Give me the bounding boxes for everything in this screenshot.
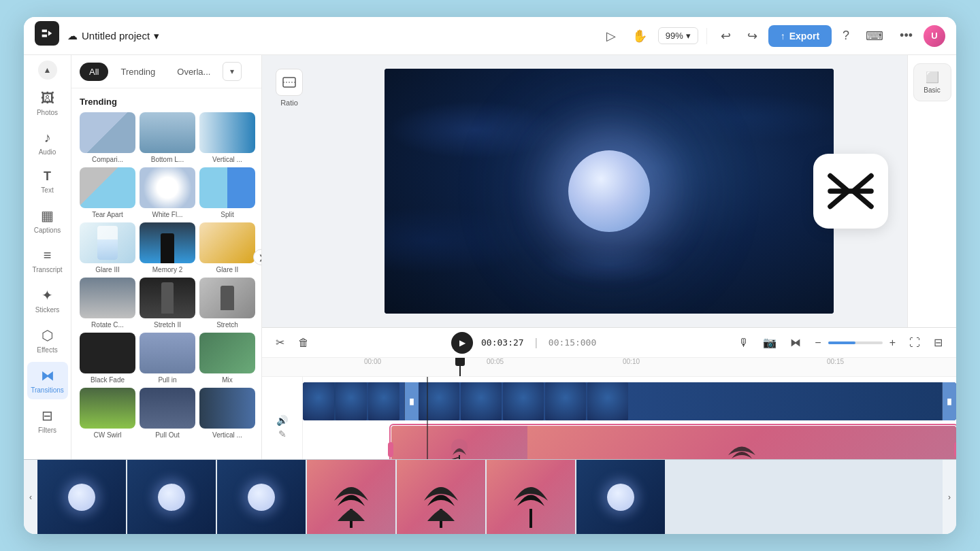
mic-button[interactable]: 🎙 bbox=[736, 334, 752, 352]
moon bbox=[568, 150, 650, 232]
pink-segment-1 bbox=[391, 426, 527, 459]
ruler-mark-3: 00:15 bbox=[827, 358, 844, 365]
tab-trending[interactable]: Trending bbox=[111, 63, 165, 81]
basic-icon: ⬜ bbox=[926, 71, 939, 84]
sidebar-item-photos[interactable]: 🖼 Photos bbox=[27, 85, 68, 122]
filmstrip-prev-button[interactable]: ‹ bbox=[24, 460, 37, 534]
sidebar-item-transcript[interactable]: ≡ Transcript bbox=[27, 242, 68, 279]
export-button[interactable]: ↑ Export bbox=[768, 25, 832, 47]
zoom-slider[interactable] bbox=[828, 341, 883, 344]
zoom-out-button[interactable]: − bbox=[812, 334, 823, 352]
properties-panel: ⬜ Basic bbox=[907, 55, 956, 327]
edit-icon[interactable]: ✎ bbox=[278, 429, 287, 439]
avatar[interactable]: U bbox=[924, 25, 945, 47]
redo-button[interactable]: ↪ bbox=[742, 24, 763, 48]
list-item[interactable]: Stretch bbox=[199, 278, 255, 329]
track-segment-2 bbox=[419, 382, 943, 420]
sidebar-item-effects[interactable]: ⬡ Effects bbox=[27, 322, 68, 359]
pink-segment-2 bbox=[527, 426, 956, 459]
timeline-tracks: 00:00 00:05 00:10 00:15 bbox=[262, 358, 956, 459]
main-track-bar[interactable]: ▐▌ bbox=[303, 382, 956, 420]
main-track: ▐▌ bbox=[303, 382, 956, 420]
list-item[interactable]: CW Swirl bbox=[80, 388, 135, 439]
photos-icon: 🖼 bbox=[41, 90, 54, 106]
ratio-panel[interactable]: Ratio bbox=[276, 69, 303, 107]
filmstrip-track bbox=[37, 460, 943, 534]
list-item[interactable]: Glare II bbox=[199, 222, 255, 273]
list-item[interactable]: Rotate C... bbox=[80, 278, 135, 329]
list-item[interactable]: Compari... bbox=[80, 112, 135, 163]
sidebar-item-transitions[interactable]: ⧓ Transitions bbox=[27, 362, 68, 399]
sidebar-item-captions[interactable]: ▦ Captions bbox=[27, 202, 68, 239]
panel-tab-dropdown[interactable]: ▾ bbox=[223, 62, 242, 81]
list-item[interactable]: White Fl... bbox=[140, 167, 195, 218]
thumb-rotate bbox=[80, 278, 135, 318]
hand-tool-button[interactable]: ✋ bbox=[627, 24, 653, 48]
thumb-pullout bbox=[140, 388, 195, 429]
volume-icon[interactable]: 🔊 bbox=[276, 415, 288, 426]
thumb-mix bbox=[199, 333, 255, 373]
filters-icon: ⊟ bbox=[42, 407, 53, 424]
effects-icon: ⬡ bbox=[42, 327, 53, 344]
thumb-pullin bbox=[140, 333, 195, 373]
layout-button[interactable]: ⊟ bbox=[931, 333, 945, 352]
sidebar-collapse-button[interactable]: ▲ bbox=[38, 61, 57, 80]
thumb-stretch2 bbox=[140, 278, 195, 318]
keyboard-button[interactable]: ⌨ bbox=[860, 24, 889, 48]
sidebar-item-filters[interactable]: ⊟ Filters bbox=[27, 402, 68, 439]
basic-properties-button[interactable]: ⬜ Basic bbox=[913, 63, 951, 101]
transition-chip-2[interactable]: ▐▌ bbox=[943, 382, 956, 420]
split-button[interactable]: ✂ bbox=[273, 333, 287, 352]
track-area: 🔊 ✎ bbox=[262, 377, 956, 459]
list-item[interactable]: Tear Apart bbox=[80, 167, 135, 218]
track-segment-1 bbox=[303, 382, 405, 420]
time-total: 00:15:000 bbox=[549, 337, 596, 348]
more-button[interactable]: ••• bbox=[894, 24, 918, 47]
preview-area: Ratio bbox=[262, 55, 956, 327]
list-item[interactable]: Glare III bbox=[80, 222, 135, 273]
magnet-button[interactable]: ⧓ bbox=[787, 333, 804, 352]
ruler-mark-0: 00:00 bbox=[364, 358, 381, 365]
ratio-icon bbox=[276, 69, 303, 96]
thumb-glare2 bbox=[199, 222, 255, 263]
left-sidebar: ▲ 🖼 Photos ♪ Audio T Text ▦ Captions ≡ T… bbox=[24, 55, 71, 459]
divider bbox=[706, 28, 707, 44]
stickers-icon: ✦ bbox=[42, 287, 53, 303]
fullscreen-button[interactable]: ⛶ bbox=[906, 334, 923, 352]
sidebar-item-audio[interactable]: ♪ Audio bbox=[27, 124, 68, 161]
sidebar-item-text[interactable]: T Text bbox=[27, 164, 68, 199]
select-tool-button[interactable]: ▷ bbox=[601, 24, 621, 48]
list-item[interactable]: Pull in bbox=[140, 333, 195, 384]
tab-all[interactable]: All bbox=[80, 63, 108, 81]
list-item[interactable]: Vertical ... bbox=[199, 388, 255, 439]
panel-grid: Compari... Bottom L... Vertical ... Tear… bbox=[71, 112, 261, 447]
thumb-vertical bbox=[199, 112, 255, 153]
camera-button[interactable]: 📷 bbox=[760, 333, 779, 352]
list-item[interactable]: Bottom L... bbox=[140, 112, 195, 163]
tab-overlay[interactable]: Overla... bbox=[167, 63, 220, 81]
list-item[interactable]: Black Fade bbox=[80, 333, 135, 384]
zoom-control[interactable]: 99% ▾ bbox=[658, 27, 698, 44]
help-button[interactable]: ? bbox=[837, 24, 855, 47]
sidebar-item-stickers[interactable]: ✦ Stickers bbox=[27, 282, 68, 319]
undo-button[interactable]: ↩ bbox=[715, 24, 736, 48]
filmstrip-next-button[interactable]: › bbox=[943, 460, 956, 534]
delete-button[interactable]: 🗑 bbox=[295, 334, 312, 352]
list-item[interactable]: Split bbox=[199, 167, 255, 218]
play-button[interactable]: ▶ bbox=[451, 332, 473, 354]
transitions-icon: ⧓ bbox=[41, 367, 54, 384]
project-title[interactable]: ☁ Untitled project ▾ bbox=[67, 30, 159, 42]
secondary-track-bar[interactable] bbox=[391, 426, 956, 459]
list-item[interactable]: Mix bbox=[199, 333, 255, 384]
moon-scene bbox=[385, 69, 834, 314]
thumb-split bbox=[199, 167, 255, 208]
transcript-icon: ≡ bbox=[44, 248, 52, 263]
list-item[interactable]: Stretch II bbox=[140, 278, 195, 329]
transition-chip[interactable]: ▐▌ bbox=[405, 382, 419, 420]
list-item[interactable]: Pull Out bbox=[140, 388, 195, 439]
timeline-ruler: 00:00 00:05 00:10 00:15 bbox=[262, 358, 956, 377]
list-item[interactable]: Memory 2 bbox=[140, 222, 195, 273]
zoom-in-button[interactable]: + bbox=[887, 334, 898, 352]
svg-point-3 bbox=[451, 439, 468, 455]
list-item[interactable]: Vertical ... bbox=[199, 112, 255, 163]
